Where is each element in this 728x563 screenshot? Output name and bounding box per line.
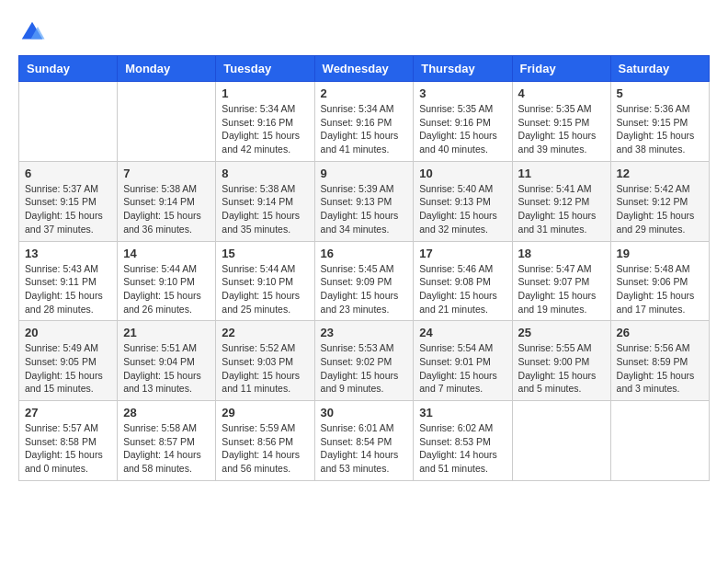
calendar-cell: 13Sunrise: 5:43 AMSunset: 9:11 PMDayligh… bbox=[19, 241, 118, 321]
cell-content: Sunrise: 5:41 AMSunset: 9:12 PMDaylight:… bbox=[518, 183, 597, 235]
day-number: 14 bbox=[123, 247, 210, 260]
calendar-cell: 21Sunrise: 5:51 AMSunset: 9:04 PMDayligh… bbox=[118, 321, 216, 401]
day-number: 28 bbox=[123, 406, 210, 419]
day-number: 9 bbox=[321, 167, 408, 180]
calendar-cell: 9Sunrise: 5:39 AMSunset: 9:13 PMDaylight… bbox=[314, 161, 414, 241]
cell-content: Sunrise: 5:55 AMSunset: 9:00 PMDaylight:… bbox=[518, 342, 597, 394]
cell-content: Sunrise: 5:53 AMSunset: 9:02 PMDaylight:… bbox=[321, 342, 399, 394]
calendar-cell: 22Sunrise: 5:52 AMSunset: 9:03 PMDayligh… bbox=[216, 321, 314, 401]
cell-content: Sunrise: 5:36 AMSunset: 9:15 PMDaylight:… bbox=[617, 103, 695, 155]
weekday-header-row: SundayMondayTuesdayWednesdayThursdayFrid… bbox=[19, 56, 710, 82]
cell-content: Sunrise: 5:52 AMSunset: 9:03 PMDaylight:… bbox=[222, 342, 300, 394]
calendar-cell: 31Sunrise: 6:02 AMSunset: 8:53 PMDayligh… bbox=[414, 401, 512, 481]
calendar-week-row: 13Sunrise: 5:43 AMSunset: 9:11 PMDayligh… bbox=[19, 241, 710, 321]
cell-content: Sunrise: 5:40 AMSunset: 9:13 PMDaylight:… bbox=[419, 183, 497, 235]
cell-content: Sunrise: 5:34 AMSunset: 9:16 PMDaylight:… bbox=[321, 103, 399, 155]
calendar-cell: 4Sunrise: 5:35 AMSunset: 9:15 PMDaylight… bbox=[512, 82, 610, 162]
cell-content: Sunrise: 5:46 AMSunset: 9:08 PMDaylight:… bbox=[419, 263, 497, 315]
day-number: 18 bbox=[518, 247, 605, 260]
calendar-week-row: 27Sunrise: 5:57 AMSunset: 8:58 PMDayligh… bbox=[19, 401, 710, 481]
cell-content: Sunrise: 5:44 AMSunset: 9:10 PMDaylight:… bbox=[123, 263, 201, 315]
calendar-cell bbox=[610, 401, 709, 481]
day-number: 4 bbox=[518, 86, 605, 100]
weekday-header-cell: Tuesday bbox=[216, 56, 314, 82]
cell-content: Sunrise: 5:51 AMSunset: 9:04 PMDaylight:… bbox=[123, 342, 201, 394]
day-number: 20 bbox=[25, 326, 111, 339]
day-number: 11 bbox=[518, 167, 605, 180]
cell-content: Sunrise: 5:59 AMSunset: 8:56 PMDaylight:… bbox=[222, 422, 300, 474]
cell-content: Sunrise: 5:56 AMSunset: 8:59 PMDaylight:… bbox=[617, 342, 695, 394]
calendar-cell: 20Sunrise: 5:49 AMSunset: 9:05 PMDayligh… bbox=[19, 321, 118, 401]
weekday-header-cell: Saturday bbox=[610, 56, 709, 82]
calendar-cell: 24Sunrise: 5:54 AMSunset: 9:01 PMDayligh… bbox=[414, 321, 512, 401]
weekday-header-cell: Thursday bbox=[414, 56, 512, 82]
weekday-header-cell: Friday bbox=[512, 56, 610, 82]
day-number: 19 bbox=[617, 247, 703, 260]
calendar-table: SundayMondayTuesdayWednesdayThursdayFrid… bbox=[18, 55, 710, 481]
cell-content: Sunrise: 5:45 AMSunset: 9:09 PMDaylight:… bbox=[321, 263, 399, 315]
cell-content: Sunrise: 5:34 AMSunset: 9:16 PMDaylight:… bbox=[222, 103, 300, 155]
day-number: 10 bbox=[419, 167, 506, 180]
day-number: 21 bbox=[123, 326, 210, 339]
calendar-cell: 1Sunrise: 5:34 AMSunset: 9:16 PMDaylight… bbox=[216, 82, 314, 162]
calendar-cell: 26Sunrise: 5:56 AMSunset: 8:59 PMDayligh… bbox=[610, 321, 709, 401]
calendar-cell: 5Sunrise: 5:36 AMSunset: 9:15 PMDaylight… bbox=[610, 82, 709, 162]
calendar-cell: 25Sunrise: 5:55 AMSunset: 9:00 PMDayligh… bbox=[512, 321, 610, 401]
logo-icon bbox=[18, 18, 46, 46]
day-number: 27 bbox=[25, 406, 111, 419]
day-number: 5 bbox=[617, 86, 703, 100]
calendar-cell: 6Sunrise: 5:37 AMSunset: 9:15 PMDaylight… bbox=[19, 161, 118, 241]
day-number: 23 bbox=[321, 326, 408, 339]
cell-content: Sunrise: 6:01 AMSunset: 8:54 PMDaylight:… bbox=[321, 422, 399, 474]
day-number: 16 bbox=[321, 247, 408, 260]
day-number: 25 bbox=[518, 326, 605, 339]
cell-content: Sunrise: 5:57 AMSunset: 8:58 PMDaylight:… bbox=[25, 422, 103, 474]
calendar-body: 1Sunrise: 5:34 AMSunset: 9:16 PMDaylight… bbox=[19, 82, 710, 481]
calendar-week-row: 20Sunrise: 5:49 AMSunset: 9:05 PMDayligh… bbox=[19, 321, 710, 401]
day-number: 22 bbox=[222, 326, 308, 339]
day-number: 8 bbox=[222, 167, 308, 180]
calendar-week-row: 6Sunrise: 5:37 AMSunset: 9:15 PMDaylight… bbox=[19, 161, 710, 241]
calendar-cell: 16Sunrise: 5:45 AMSunset: 9:09 PMDayligh… bbox=[314, 241, 414, 321]
calendar-cell: 28Sunrise: 5:58 AMSunset: 8:57 PMDayligh… bbox=[118, 401, 216, 481]
logo bbox=[18, 18, 50, 46]
day-number: 29 bbox=[222, 406, 308, 419]
calendar-cell: 11Sunrise: 5:41 AMSunset: 9:12 PMDayligh… bbox=[512, 161, 610, 241]
calendar-cell: 17Sunrise: 5:46 AMSunset: 9:08 PMDayligh… bbox=[414, 241, 512, 321]
calendar-cell bbox=[512, 401, 610, 481]
day-number: 1 bbox=[222, 86, 308, 100]
day-number: 30 bbox=[321, 406, 408, 419]
day-number: 15 bbox=[222, 247, 308, 260]
calendar-cell: 7Sunrise: 5:38 AMSunset: 9:14 PMDaylight… bbox=[118, 161, 216, 241]
calendar-cell: 8Sunrise: 5:38 AMSunset: 9:14 PMDaylight… bbox=[216, 161, 314, 241]
calendar-week-row: 1Sunrise: 5:34 AMSunset: 9:16 PMDaylight… bbox=[19, 82, 710, 162]
cell-content: Sunrise: 5:35 AMSunset: 9:16 PMDaylight:… bbox=[419, 103, 497, 155]
calendar-cell: 23Sunrise: 5:53 AMSunset: 9:02 PMDayligh… bbox=[314, 321, 414, 401]
calendar-cell: 30Sunrise: 6:01 AMSunset: 8:54 PMDayligh… bbox=[314, 401, 414, 481]
cell-content: Sunrise: 5:35 AMSunset: 9:15 PMDaylight:… bbox=[518, 103, 597, 155]
calendar-cell: 3Sunrise: 5:35 AMSunset: 9:16 PMDaylight… bbox=[414, 82, 512, 162]
day-number: 17 bbox=[419, 247, 506, 260]
cell-content: Sunrise: 5:47 AMSunset: 9:07 PMDaylight:… bbox=[518, 263, 597, 315]
calendar-cell: 12Sunrise: 5:42 AMSunset: 9:12 PMDayligh… bbox=[610, 161, 709, 241]
calendar-cell: 10Sunrise: 5:40 AMSunset: 9:13 PMDayligh… bbox=[414, 161, 512, 241]
calendar-cell bbox=[19, 82, 118, 162]
calendar-cell bbox=[118, 82, 216, 162]
weekday-header-cell: Wednesday bbox=[314, 56, 414, 82]
day-number: 12 bbox=[617, 167, 703, 180]
cell-content: Sunrise: 6:02 AMSunset: 8:53 PMDaylight:… bbox=[419, 422, 497, 474]
cell-content: Sunrise: 5:42 AMSunset: 9:12 PMDaylight:… bbox=[617, 183, 695, 235]
calendar-cell: 19Sunrise: 5:48 AMSunset: 9:06 PMDayligh… bbox=[610, 241, 709, 321]
cell-content: Sunrise: 5:43 AMSunset: 9:11 PMDaylight:… bbox=[25, 263, 103, 315]
calendar-cell: 15Sunrise: 5:44 AMSunset: 9:10 PMDayligh… bbox=[216, 241, 314, 321]
cell-content: Sunrise: 5:58 AMSunset: 8:57 PMDaylight:… bbox=[123, 422, 201, 474]
day-number: 2 bbox=[321, 86, 408, 100]
header bbox=[18, 18, 710, 46]
day-number: 31 bbox=[419, 406, 506, 419]
calendar-cell: 27Sunrise: 5:57 AMSunset: 8:58 PMDayligh… bbox=[19, 401, 118, 481]
day-number: 6 bbox=[25, 167, 111, 180]
day-number: 7 bbox=[123, 167, 210, 180]
cell-content: Sunrise: 5:48 AMSunset: 9:06 PMDaylight:… bbox=[617, 263, 695, 315]
day-number: 24 bbox=[419, 326, 506, 339]
day-number: 26 bbox=[617, 326, 703, 339]
